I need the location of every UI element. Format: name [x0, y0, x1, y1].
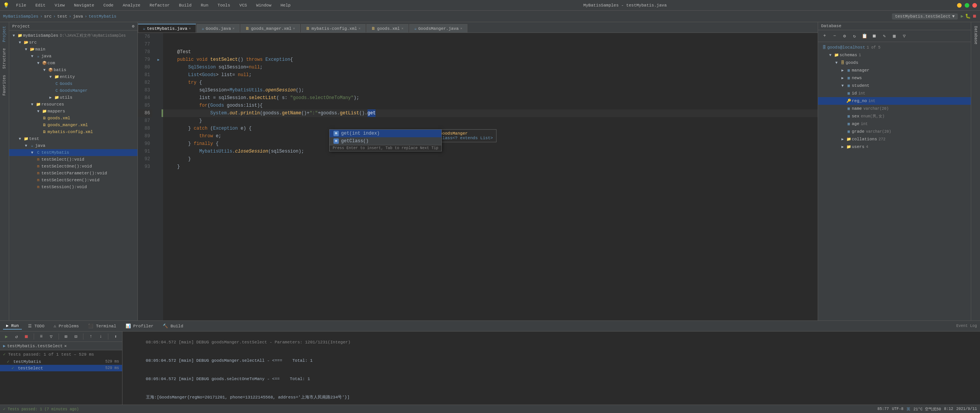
- menu-analyze[interactable]: Analyze: [120, 3, 142, 8]
- menu-refactor[interactable]: Refactor: [147, 3, 172, 8]
- tree-item-testselectscreen[interactable]: m testSelectScreen():void: [9, 177, 137, 184]
- db-news[interactable]: ▶ ▦ news: [818, 74, 971, 82]
- menu-edit[interactable]: Edit: [33, 3, 47, 8]
- run-play-button[interactable]: ▶: [2, 332, 11, 341]
- menu-vcs[interactable]: VCS: [237, 3, 249, 8]
- tree-item-mappers[interactable]: ▼ 📁 mappers: [9, 108, 137, 115]
- tab-close-icon[interactable]: ✕: [293, 26, 295, 31]
- tree-item-resources[interactable]: ▼ 📁 resources: [9, 101, 137, 108]
- code-content[interactable]: @Test public void testSelect() throws Ex…: [163, 33, 818, 320]
- tab-mybatis-config[interactable]: 🗎 mybatis-config.xml ✕: [301, 24, 366, 33]
- run-item-testselect[interactable]: ✓ testSelect 529 ms: [0, 365, 122, 371]
- menu-file[interactable]: File: [14, 3, 28, 8]
- tab-close-icon[interactable]: ✕: [232, 26, 234, 31]
- tree-item-java-test[interactable]: ▼ ☕ java: [9, 142, 137, 149]
- db-users[interactable]: ▶ 📁 users 4: [818, 143, 971, 151]
- breadcrumb-app[interactable]: MyBatisSamples: [3, 14, 38, 19]
- menu-view[interactable]: View: [52, 3, 67, 8]
- minimize-button[interactable]: [957, 3, 962, 8]
- tree-item-goodsmanger-class[interactable]: C GoodsManger: [9, 87, 137, 94]
- run-rerun-button[interactable]: ↺: [12, 332, 21, 341]
- vtab-database[interactable]: Database: [973, 24, 978, 47]
- btab-todo[interactable]: ☰ TODO: [25, 323, 47, 329]
- tab-goods[interactable]: ☕ Goods.java ✕: [197, 24, 240, 33]
- menu-run[interactable]: Run: [198, 3, 211, 8]
- close-button[interactable]: [972, 3, 977, 8]
- db-student[interactable]: ▼ ▦ student: [818, 82, 971, 89]
- btab-problems[interactable]: ⚠ Problems: [51, 323, 82, 329]
- db-schema-button[interactable]: 📋: [860, 32, 869, 40]
- autocomplete-popup[interactable]: m get(int index) m getClass() Press Ente…: [329, 129, 442, 151]
- structure-icon[interactable]: Structure: [2, 46, 7, 71]
- db-collations[interactable]: ▶ 📁 collations 272: [818, 135, 971, 143]
- toolbar-run-config[interactable]: testMybatis.testSelect ▼: [892, 13, 958, 20]
- db-remove-button[interactable]: −: [830, 32, 839, 40]
- favorites-icon[interactable]: Favorites: [2, 73, 7, 98]
- tree-item-entity[interactable]: ▼ 📁 entity: [9, 73, 137, 80]
- tree-item-goods-class[interactable]: C Goods: [9, 80, 137, 87]
- tree-item-batis[interactable]: ▼ 📦 batis: [9, 67, 137, 73]
- debug-button[interactable]: 🐛: [965, 13, 971, 19]
- run-down-button[interactable]: ↓: [96, 332, 105, 341]
- menu-help[interactable]: Help: [278, 3, 293, 8]
- stop-button[interactable]: ⏹: [972, 13, 977, 19]
- db-manager[interactable]: ▶ ▦ manager: [818, 67, 971, 74]
- db-filter-button[interactable]: ▽: [900, 32, 908, 40]
- event-log[interactable]: Event Log: [956, 324, 977, 328]
- tab-close-icon[interactable]: ✕: [401, 26, 403, 31]
- db-edit-button[interactable]: ✎: [880, 32, 889, 40]
- autocomplete-item-get[interactable]: m get(int index): [330, 130, 441, 137]
- run-button[interactable]: ▶: [961, 13, 964, 19]
- run-filter-button[interactable]: ▽: [47, 332, 56, 341]
- project-icon[interactable]: Project: [2, 24, 7, 44]
- tab-goods-manger-xml[interactable]: 🗎 goods_manger.xml ✕: [240, 24, 300, 33]
- db-add-button[interactable]: +: [820, 32, 829, 40]
- run-export-button[interactable]: ⬆: [111, 332, 120, 341]
- tree-item-testselect[interactable]: m testSelect():void: [9, 156, 137, 163]
- tree-item-java[interactable]: ▼ ☕ java: [9, 53, 137, 60]
- db-properties-button[interactable]: ⚙: [840, 32, 849, 40]
- db-connection[interactable]: 🗄 goods@localhost 1 of 5: [818, 44, 971, 51]
- maximize-button[interactable]: [965, 3, 969, 8]
- tab-close-icon[interactable]: ✕: [460, 26, 462, 31]
- btab-run[interactable]: ▶ Run: [3, 322, 22, 330]
- tree-item-goods-xml[interactable]: 🗎 goods.xml: [9, 115, 137, 122]
- tab-close-icon[interactable]: ✕: [189, 26, 191, 31]
- tree-item-utils[interactable]: ▶ 📁 utils: [9, 94, 137, 101]
- breadcrumb-test[interactable]: test: [57, 14, 67, 19]
- db-col-sex[interactable]: ▦ sex enum(男,女): [818, 112, 971, 120]
- code-editor[interactable]: 76 77 78 79 80 81 82 83 84 85 86 87 88 8…: [138, 33, 818, 320]
- run-expand-button[interactable]: ⊞: [62, 332, 70, 341]
- tree-item-com[interactable]: ▼ 📦 com: [9, 60, 137, 67]
- menu-tools[interactable]: Tools: [215, 3, 232, 8]
- tree-item-src[interactable]: ▼ 📂 src: [9, 39, 137, 46]
- menu-window[interactable]: Window: [254, 3, 274, 8]
- run-stop-button[interactable]: ⏹: [22, 332, 31, 341]
- btab-terminal[interactable]: ⬛ Terminal: [85, 323, 119, 329]
- btab-profiler[interactable]: 📊 Profiler: [122, 323, 157, 329]
- db-col-name[interactable]: ▦ name varchar(20): [818, 105, 971, 112]
- tab-testmybatis[interactable]: ☕ testMybatis.java ✕: [138, 24, 196, 33]
- run-collapse-button[interactable]: ⊟: [72, 332, 80, 341]
- tree-item-testmybatis[interactable]: ▼ C testMybatis: [9, 149, 137, 156]
- breadcrumb-java[interactable]: java: [73, 14, 83, 19]
- db-table-button[interactable]: ▦: [890, 32, 898, 40]
- run-up-button[interactable]: ↑: [87, 332, 95, 341]
- tree-item-testsession[interactable]: m testSession():void: [9, 184, 137, 190]
- db-col-id[interactable]: ▦ id int: [818, 89, 971, 97]
- tree-item-testselectparameter[interactable]: m testSelectParameter():void: [9, 170, 137, 177]
- db-stop-button[interactable]: ⏹: [870, 32, 879, 40]
- tab-goods-xml[interactable]: 🗎 goods.xml ✕: [366, 24, 408, 33]
- tree-item-testselectone[interactable]: m testSelectOne():void: [9, 163, 137, 170]
- tree-item-test[interactable]: ▼ 📁 test: [9, 135, 137, 142]
- db-col-grade[interactable]: ▦ grade varchar(20): [818, 128, 971, 135]
- run-console[interactable]: 08:05:04.572 [main] DEBUG goodsManger.te…: [122, 332, 980, 405]
- run-sort-button[interactable]: ≡: [37, 332, 46, 341]
- db-col-age[interactable]: ▦ age int: [818, 120, 971, 128]
- menu-build[interactable]: Build: [176, 3, 194, 8]
- run-close-icon[interactable]: ✕: [64, 343, 67, 348]
- autocomplete-item-getclass[interactable]: m getClass(): [330, 137, 441, 145]
- run-item-testmybatis[interactable]: ✓ testMybatis 529 ms: [0, 358, 122, 365]
- db-schemas[interactable]: ▼ 📁 schemas 1: [818, 51, 971, 59]
- tab-goodsmanger[interactable]: ☕ GoodsManger.java ✕: [409, 24, 467, 33]
